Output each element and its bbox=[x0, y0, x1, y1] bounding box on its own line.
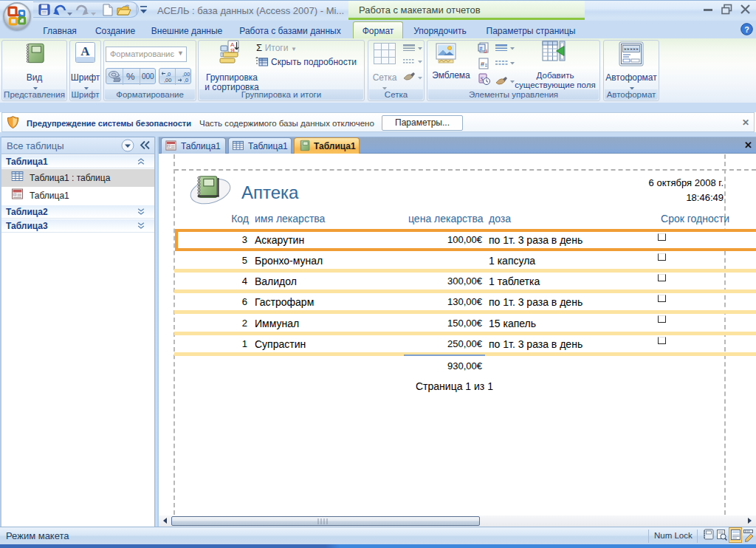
svg-text:?: ? bbox=[744, 25, 749, 34]
svg-text:#: # bbox=[480, 46, 483, 51]
svg-text:×××××: ××××× bbox=[624, 47, 639, 52]
svg-text:A: A bbox=[80, 44, 90, 58]
svg-text:#: # bbox=[481, 61, 484, 68]
svg-text:S: S bbox=[481, 76, 484, 83]
svg-text:,00: ,00 bbox=[164, 77, 171, 83]
svg-text:,0: ,0 bbox=[184, 77, 188, 83]
